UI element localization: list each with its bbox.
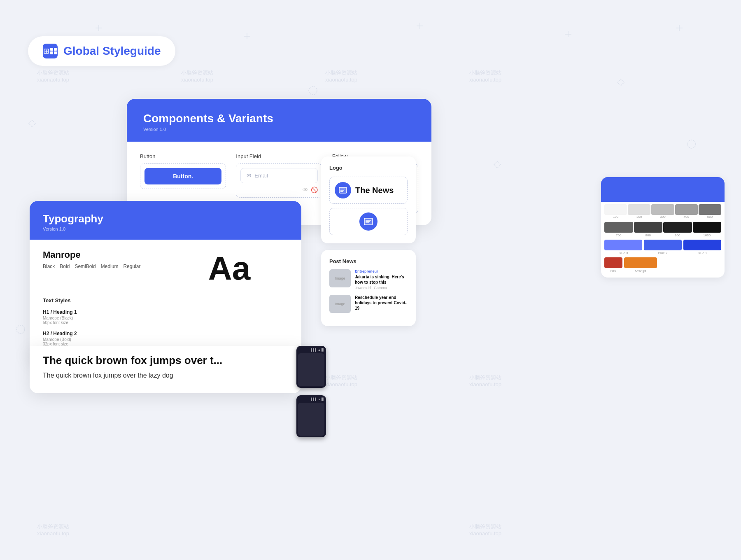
email-input-demo: ✉ Email [240, 168, 317, 183]
label-300: 300 [651, 215, 674, 219]
post-news-card: Post News Image Entrepreneur Jakarta is … [321, 250, 416, 326]
h1-size: 50px font size [43, 320, 288, 325]
signal-icon-2: ▌▌▌ [311, 398, 317, 401]
swatch-200 [628, 204, 650, 215]
watermark: xiaonaofu.top [469, 530, 501, 537]
button-label: Button [140, 153, 226, 159]
logo-icon [43, 44, 58, 58]
dark-row [604, 220, 721, 233]
swatch-800 [663, 222, 692, 233]
blue-swatches [604, 240, 721, 250]
post-meta-1: Jawara.id · Gamma [355, 286, 408, 290]
gray-row-1 [604, 202, 721, 215]
svg-rect-14 [54, 48, 57, 51]
swatch-300 [651, 204, 674, 215]
fox-text-small: The quick brown fox jumps over the lazy … [43, 372, 288, 379]
watermark: 小脑斧资源站 [325, 69, 357, 77]
svg-point-12 [309, 86, 317, 95]
battery-icon-2: ▉ [322, 398, 324, 401]
watermark: 小脑斧资源站 [469, 69, 501, 77]
battery-icon: ▉ [322, 348, 324, 352]
swatch-900 [693, 222, 722, 233]
weight-regular: Regular [123, 264, 140, 269]
eye-icon: 👁 [303, 187, 308, 193]
watermark: 小脑斧资源站 [37, 523, 69, 530]
swatch-100 [604, 204, 627, 215]
typo-font-info: Manrope Black Bold SemiBold Medium Regul… [43, 250, 161, 287]
svg-rect-15 [50, 51, 53, 54]
blue3-label: Blue 3 [604, 251, 642, 255]
orange-label: Orange [624, 269, 657, 273]
label-700: 800 [634, 233, 663, 237]
swatch-blue3 [604, 240, 642, 250]
logo-icon-only-box [329, 208, 408, 235]
page-content: 小脑斧资源站 xiaonaofu.top 小脑斧资源站 xiaonaofu.to… [0, 0, 741, 560]
logo-with-text: The News [335, 182, 402, 198]
post-headline-1: Jakarta is sinking. Here's how to stop t… [355, 274, 408, 285]
mobile-status-bar: ▌▌▌ ▲ ▉ [298, 348, 324, 352]
watermark: 小脑斧资源站 [181, 69, 213, 77]
watermark: 小脑斧资源站 [469, 374, 501, 381]
red-label: Red [604, 269, 622, 273]
watermark: xiaonaofu.top [37, 77, 69, 83]
comp-variants-title: Components & Variants [143, 112, 415, 125]
email-placeholder: Email [254, 173, 268, 179]
typo-aa-display: Aa [170, 250, 288, 287]
watermark: 小脑斧资源站 [325, 374, 357, 381]
blue2-label: Blue 2 [644, 251, 682, 255]
logo-news-name: The News [355, 186, 394, 195]
gray-labels-1: 100 200 300 400 500 [604, 215, 721, 219]
swatch-blue2 [644, 240, 682, 250]
logo-circle-sm [359, 212, 377, 231]
swatch-blue1 [683, 240, 721, 250]
svg-point-10 [687, 140, 696, 148]
label-900: 1000 [693, 233, 722, 237]
post-news-title: Post News [329, 258, 408, 264]
h1-font: Manrope (Black) [43, 316, 288, 320]
text-style-h1: H1 / Heading 1 Manrope (Black) 50px font… [43, 309, 288, 325]
label-500: 500 [699, 215, 721, 219]
swatch-700 [634, 222, 663, 233]
special-swatches [604, 257, 721, 268]
demo-button[interactable]: Button. [144, 168, 221, 184]
mobile-preview-1: ▌▌▌ ▲ ▉ [296, 346, 326, 388]
swatch-red [604, 257, 622, 268]
eye-slash-icon: 🚫 [311, 187, 318, 193]
mobile-preview-2: ▌▌▌ ▲ ▉ [296, 395, 326, 437]
watermark: 小脑斧资源站 [37, 69, 69, 77]
typography-body: Manrope Black Bold SemiBold Medium Regul… [30, 240, 301, 297]
label-200: 200 [628, 215, 650, 219]
typography-version: Version 1.0 [43, 226, 288, 231]
input-actions: 👁 🚫 [240, 187, 317, 193]
logo-icon-only [329, 208, 408, 235]
font-name: Manrope [43, 250, 161, 260]
logo-postnews-area: Logo The News [321, 156, 416, 326]
watermark: xiaonaofu.top [469, 381, 501, 387]
email-icon: ✉ [247, 173, 251, 179]
swatch-orange [624, 257, 657, 268]
logo-card: Logo The News [321, 156, 416, 243]
button-dashed-box: Button. [140, 163, 226, 189]
mobile-screen [298, 353, 324, 386]
font-weights: Black Bold SemiBold Medium Regular [43, 264, 161, 269]
post-headline-2: Reschedule year-end holidays to prevent … [355, 295, 408, 311]
h2-label: H2 / Heading 2 [43, 331, 288, 336]
app-title: Global Styleguide [63, 44, 161, 58]
typography-header: Typography Version 1.0 [30, 201, 301, 240]
fox-preview-area: The quick brown fox jumps over t... The … [30, 346, 301, 393]
watermark: 小脑斧资源站 [469, 523, 501, 530]
wifi-icon: ▲ [318, 348, 321, 352]
post-image-1: Image [329, 269, 351, 287]
mobile-status-bar-2: ▌▌▌ ▲ ▉ [298, 397, 324, 402]
logo-section-title: Logo [329, 165, 408, 171]
swatch-400 [675, 204, 698, 215]
input-field-label: Input Field [236, 153, 322, 159]
swatch-600 [604, 222, 633, 233]
post-info-1: Entrepreneur Jakarta is sinking. Here's … [355, 269, 408, 290]
svg-rect-16 [54, 51, 57, 54]
comp-variants-version: Version 1.0 [143, 127, 415, 132]
post-image-2: Image [329, 295, 351, 313]
logo-circle-icon [335, 182, 351, 198]
dark-labels: 700 800 900 1000 [604, 233, 721, 237]
svg-point-11 [16, 325, 25, 334]
